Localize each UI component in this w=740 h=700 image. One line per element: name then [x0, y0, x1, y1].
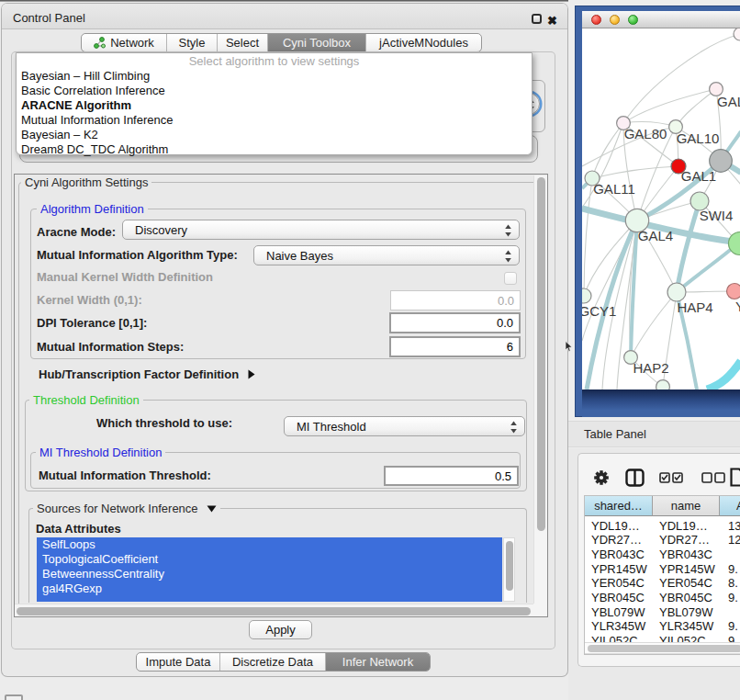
- document-icon[interactable]: [730, 468, 740, 487]
- mi-type-combobox[interactable]: Naive Bayes: [253, 245, 520, 265]
- close-traffic-light-icon[interactable]: [591, 15, 601, 25]
- unchecked-boxes-icon[interactable]: [701, 472, 725, 483]
- table-cell: 9: [728, 634, 734, 642]
- settings-vscrollbar[interactable]: [533, 175, 547, 604]
- apply-button[interactable]: Apply: [249, 620, 312, 639]
- data-attributes-list[interactable]: SelfLoopsTopologicalCoefficientBetweenne…: [37, 537, 502, 602]
- table-cell: YBR045C: [591, 591, 645, 604]
- table-row[interactable]: YPR145WYPR145W9.: [585, 562, 740, 577]
- tab-impute-data[interactable]: Impute Data: [137, 653, 220, 671]
- dropdown-item[interactable]: Bayesian – K2: [21, 128, 98, 141]
- which-threshold-value: MI Threshold: [285, 420, 366, 434]
- attribute-list-item[interactable]: SelfLoops: [37, 537, 502, 552]
- zoom-traffic-light-icon[interactable]: [628, 15, 638, 25]
- scrollbar-corner: [533, 604, 547, 616]
- aracne-mode-combobox[interactable]: Discovery: [122, 220, 520, 240]
- attributes-vscrollbar[interactable]: [503, 537, 515, 602]
- network-node-hap4[interactable]: [667, 283, 686, 301]
- network-node[interactable]: [734, 28, 740, 40]
- tab-select[interactable]: Select: [218, 34, 268, 51]
- network-edge[interactable]: [623, 89, 716, 123]
- hub-definition-label[interactable]: Hub/Transcription Factor Definition: [39, 367, 255, 381]
- network-node-label: GCY1: [582, 303, 616, 319]
- column-header-shared-name[interactable]: shared…: [585, 496, 653, 516]
- manual-kernel-checkbox[interactable]: [504, 272, 517, 285]
- dropdown-prompt[interactable]: Select algorithm to view settings: [17, 54, 532, 68]
- dropdown-item[interactable]: Mutual Information Inference: [21, 113, 173, 127]
- table-cell: YIL052C: [659, 634, 706, 642]
- cyni-bottom-tabs: Impute DataDiscretize DataInfer Network: [136, 652, 431, 672]
- table-cell: YIL052C: [591, 634, 638, 642]
- table-row[interactable]: YBR043CYBR043C: [585, 548, 740, 562]
- dropdown-item[interactable]: Basic Correlation Inference: [21, 84, 165, 97]
- table-cell: YER054C: [659, 576, 712, 590]
- table-cell: 9.: [728, 591, 738, 604]
- scrollbar-thumb[interactable]: [506, 541, 513, 591]
- mi-threshold-label: Mutual Information Threshold:: [39, 469, 211, 482]
- column-header-name[interactable]: name: [653, 496, 720, 516]
- network-icon: [94, 37, 106, 49]
- network-node-label: GAL4: [638, 228, 673, 243]
- dpi-tolerance-field[interactable]: 0.0: [389, 312, 521, 333]
- mi-threshold-title: MI Threshold Definition: [36, 446, 165, 459]
- network-node-label: Y: [735, 299, 740, 314]
- gear-icon[interactable]: [593, 469, 610, 486]
- network-node-gcy1[interactable]: [582, 288, 591, 303]
- table-hscrollbar[interactable]: [585, 642, 740, 654]
- network-edge[interactable]: [676, 89, 716, 127]
- column-header-partial[interactable]: A: [720, 496, 740, 516]
- split-columns-icon[interactable]: [625, 469, 645, 487]
- network-node[interactable]: [656, 380, 670, 390]
- network-canvas[interactable]: GAL7GAL80GAL10GAL1GAL11SWI4GAL4GCY1HAP4Y…: [582, 28, 740, 390]
- table-cell: 12: [728, 533, 740, 547]
- hub-definition-text: Hub/Transcription Factor Definition: [39, 367, 239, 381]
- application-background: Control Panel ✖ NetworkStyleSelectCyni T…: [0, 0, 740, 700]
- dropdown-item[interactable]: ARACNE Algorithm: [21, 98, 131, 112]
- attribute-list-item[interactable]: TopologicalCoefficient: [37, 552, 502, 567]
- collapsed-panel-button[interactable]: [5, 694, 23, 700]
- table-panel: shared… name A YDL19…YDL19…13YDR27…YDR27…: [577, 453, 740, 667]
- which-threshold-combobox[interactable]: MI Threshold: [284, 416, 525, 436]
- checked-boxes-icon[interactable]: [659, 472, 683, 483]
- table-row[interactable]: YBL079WYBL079W: [585, 605, 740, 620]
- table-cell: YBR043C: [659, 548, 712, 561]
- kernel-width-field[interactable]: 0.0: [390, 290, 521, 310]
- table-cell: YPR145W: [591, 562, 647, 576]
- network-edge[interactable]: [584, 178, 592, 296]
- dropdown-item[interactable]: Dream8 DC_TDC Algorithm: [21, 142, 168, 156]
- tab-infer-network[interactable]: Infer Network: [326, 653, 430, 671]
- attribute-list-item[interactable]: BetweennessCentrality: [37, 567, 502, 581]
- minimize-traffic-light-icon[interactable]: [610, 15, 620, 25]
- mi-steps-field[interactable]: 6: [389, 336, 521, 357]
- mi-threshold-field[interactable]: 0.5: [384, 466, 519, 486]
- network-edge[interactable]: [623, 34, 740, 123]
- table-row[interactable]: YBR045CYBR045C9.: [585, 591, 740, 605]
- scrollbar-thumb[interactable]: [588, 645, 740, 652]
- table-cell: 8.: [728, 576, 738, 590]
- table-cell: YBL079W: [591, 605, 645, 619]
- algorithm-definition-title: Algorithm Definition: [37, 202, 148, 216]
- table-row[interactable]: YER054CYER054C8.: [585, 576, 740, 591]
- tab-jactivemnodules[interactable]: jActiveMNodules: [366, 34, 481, 51]
- scrollbar-thumb[interactable]: [17, 607, 531, 615]
- threshold-definition-title: Threshold Definition: [29, 393, 143, 407]
- table-row[interactable]: YIL052CYIL052C9: [585, 634, 740, 642]
- table-row[interactable]: YDR27…YDR27…12: [585, 533, 740, 548]
- close-icon[interactable]: ✖: [547, 14, 557, 28]
- settings-hscrollbar[interactable]: [15, 604, 533, 616]
- network-edge[interactable]: [631, 292, 677, 357]
- tab-cyni-toolbox[interactable]: Cyni Toolbox: [268, 34, 366, 51]
- network-node-y[interactable]: [727, 284, 740, 299]
- dropdown-item[interactable]: Bayesian – Hill Climbing: [21, 69, 150, 83]
- table-row[interactable]: YLR345WYLR345W9.: [585, 619, 740, 634]
- attribute-list-item[interactable]: gal4RGexp: [37, 581, 502, 596]
- network-edge[interactable]: [592, 123, 623, 178]
- tab-discretize-data[interactable]: Discretize Data: [220, 653, 326, 671]
- table-row[interactable]: YDL19…YDL19…13: [585, 519, 740, 534]
- scrollbar-thumb[interactable]: [537, 177, 545, 531]
- tab-style[interactable]: Style: [167, 34, 218, 51]
- tab-network[interactable]: Network: [82, 34, 167, 51]
- float-window-icon[interactable]: [532, 14, 542, 24]
- network-edge[interactable]: [707, 361, 740, 390]
- mi-steps-label: Mutual Information Steps:: [37, 340, 184, 354]
